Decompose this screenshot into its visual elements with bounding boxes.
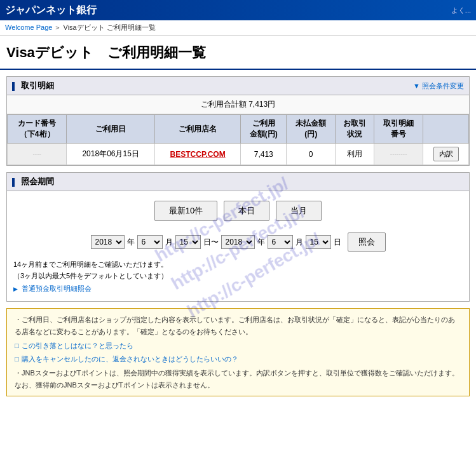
inquiry-section-title: 照会期間 [12,176,54,187]
today-button[interactable]: 本日 [224,201,269,221]
savings-link[interactable]: 普通預金取引明細照会 [22,285,92,292]
header: ジャパンネット銀行 よく... [0,0,476,20]
from-month-select[interactable]: 123456789101112 [137,235,163,249]
total-amount-value: 7,413円 [248,100,275,109]
col-date: ご利用日 [67,115,155,144]
breadcrumb-current: ご利用明細一覧 [107,24,156,31]
col-merchant: ご利用店名 [154,115,240,144]
transaction-table: カード番号（下4桁） ご利用日 ご利用店名 ご利用金額(円) 未払金額(円) お… [7,114,469,165]
cell-unpaid: 0 [287,144,336,165]
cell-card-number: ---- [8,144,67,165]
total-label: ご利用合計額 [201,100,247,109]
logo: ジャパンネット銀行 [5,4,97,17]
to-month-label: 月 [296,237,303,248]
breadcrumb: Welcome Page ＞ Visaデビット ご利用明細一覧 [0,20,476,36]
latest10-button[interactable]: 最新10件 [154,201,217,221]
from-year-label: 年 [127,237,135,248]
cell-amount: 7,413 [241,144,287,165]
col-detail [423,115,469,144]
section-title-bar: 取引明細 [12,80,54,91]
breadcrumb-sep1: ＞ [54,24,63,31]
info-link2[interactable]: 購入をキャンセルしたのに、返金されないときはどうしたらいいの？ [15,353,461,365]
note-text: 14ヶ月前までご利用明細をご確認いただけます。 （3ヶ月以内最大5件をデフォルト… [7,255,469,283]
breadcrumb-home[interactable]: Welcome Page [5,24,52,31]
transaction-section-header: 取引明細 ▼ 照会条件変更 [7,77,469,95]
cell-merchant[interactable]: BESTCCP.COM [154,144,240,165]
to-month-select[interactable]: 123456789101112 [268,235,293,249]
page-title: Visaデビット ご利用明細一覧 [0,36,476,70]
from-day-label: 日〜 [203,237,219,248]
to-day-select[interactable]: 1234567891011121314151617181920212223242… [306,235,331,249]
header-right-text: よく... [451,6,471,15]
col-status: お取引状況 [336,115,374,144]
condition-change-link[interactable]: ▼ 照会条件変更 [413,81,464,91]
to-year-label: 年 [257,237,265,248]
info-link1[interactable]: この引き落としはなに？と思ったら [15,340,461,352]
inquiry-bar-icon [12,178,15,187]
detail-button[interactable]: 内訳 [433,147,459,161]
table-header-row: カード番号（下4桁） ご利用日 ご利用店名 ご利用金額(円) 未払金額(円) お… [8,115,469,144]
to-year-select[interactable]: 201820172016 [221,235,255,249]
info-line1: ・ご利用日、ご利用店名はショップが指定した内容を表示しています。ご利用店名は、お… [15,316,455,335]
to-day-label: 日 [334,237,341,248]
from-day-select[interactable]: 1234567891011121314151617181920212223242… [175,235,201,249]
date-select-row: 201820172016 年 123456789101112 月 1234567… [7,229,469,255]
table-row: ----2018年06月15日BESTCCP.COM7,4130利用------… [8,144,469,165]
col-unpaid: 未払金額(円) [287,115,336,144]
inquiry-title-text: 照会期間 [21,177,54,186]
inquiry-buttons: 最新10件 本日 当月 [7,191,469,229]
this-month-button[interactable]: 当月 [276,201,322,221]
info-line2: ・JNBスターおよびTポイントは、照会期間中の獲得実績を表示しています。内訳ボタ… [15,369,459,389]
note1: 14ヶ月前までご利用明細をご確認いただけます。 [13,260,168,268]
transaction-section: 取引明細 ▼ 照会条件変更 ご利用合計額 7,413円 カード番号（下4桁） ご… [6,76,470,166]
col-amount: ご利用金額(円) [241,115,287,144]
transaction-section-title: 取引明細 [21,81,54,90]
col-ref: 取引明細番号 [374,115,423,144]
inquiry-section-header: 照会期間 [7,173,469,191]
cell-ref: -------- [374,144,423,165]
savings-link-row: 普通預金取引明細照会 [7,283,469,295]
search-button[interactable]: 照会 [348,232,386,252]
cell-date: 2018年06月15日 [67,144,155,165]
inquiry-section: 照会期間 最新10件 本日 当月 201820172016 年 12345678… [6,172,470,302]
cell-status: 利用 [336,144,374,165]
from-year-select[interactable]: 201820172016 [91,235,125,249]
col-card-number: カード番号（下4桁） [8,115,67,144]
total-row: ご利用合計額 7,413円 [7,95,469,114]
from-month-label: 月 [165,237,173,248]
note2: （3ヶ月以内最大5件をデフォルトとしています） [13,272,168,279]
cell-detail-button: 内訳 [423,144,469,165]
breadcrumb-section: Visaデビット [64,24,105,31]
section-bar-icon [12,82,15,91]
info-box: ・ご利用日、ご利用店名はショップが指定した内容を表示しています。ご利用店名は、お… [6,308,470,396]
